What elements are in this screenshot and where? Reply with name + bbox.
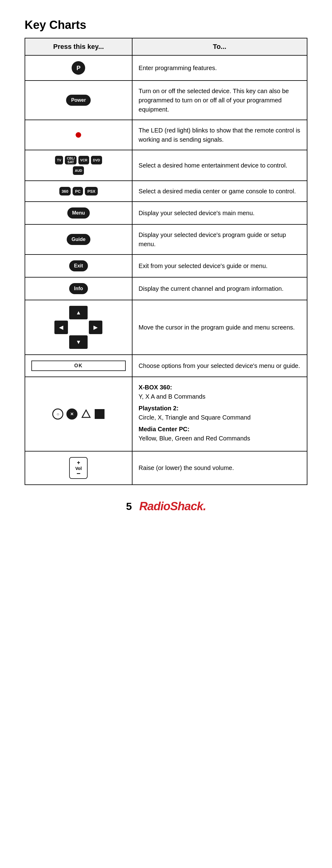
key-cell: Guide <box>25 224 132 254</box>
dpad-botleft <box>54 335 68 349</box>
table-row: + Vol − Raise (or lower) the sound volum… <box>25 451 307 485</box>
key-cell: + Vol − <box>25 451 132 485</box>
col-header-key: Press this key... <box>25 38 132 55</box>
info-key-icon: Info <box>69 283 88 294</box>
key-cell: OK <box>25 355 132 377</box>
desc-cell: Enter programming features. <box>132 55 307 81</box>
table-row: Info Display the current channel and pro… <box>25 277 307 300</box>
row12-desc3: Media Center PC:Yellow, Blue, Green and … <box>139 425 301 443</box>
key-cell: P <box>25 55 132 81</box>
vcr-btn-icon: VCR <box>79 156 89 164</box>
table-row: Exit Exit from your selected device's gu… <box>25 254 307 277</box>
key-cell: Menu <box>25 202 132 224</box>
key-cell: Exit <box>25 254 132 277</box>
dpad-botright <box>89 335 102 349</box>
footer-page-number: 5 <box>126 500 132 513</box>
table-row: ○ ✕ X-BOX 360:Y, X A and B Commands Play… <box>25 377 307 451</box>
square-btn-icon <box>95 409 104 419</box>
row10-desc: Move the cursor in the program guide and… <box>139 324 295 331</box>
x-btn-icon: ✕ <box>66 408 78 420</box>
p-key-icon: P <box>72 61 85 75</box>
360-btn-icon: 360 <box>59 187 71 195</box>
key-cell: Power <box>25 81 132 120</box>
pc-btn-icon: PC <box>72 187 83 195</box>
menu-key-icon: Menu <box>67 208 90 219</box>
power-key-icon: Power <box>66 95 91 106</box>
row4-desc: Select a desired home entertainment devi… <box>139 162 288 169</box>
row12-desc1: X-BOX 360:Y, X A and B Commands <box>139 383 301 401</box>
desc-cell: Display your selected device's program g… <box>132 224 307 254</box>
desc-cell: Display your selected device's main menu… <box>132 202 307 224</box>
circle-btn-icon: ○ <box>52 408 63 420</box>
row3-desc: The LED (red light) blinks to show that … <box>139 127 300 143</box>
table-row: ▲ ◀ ▶ ▼ Move the cursor in the program g… <box>25 300 307 355</box>
desc-cell: Display the current channel and program … <box>132 277 307 300</box>
game-console-btns-icon: ○ ✕ <box>31 408 126 420</box>
key-cell: ▲ ◀ ▶ ▼ <box>25 300 132 355</box>
vol-plus-icon: + <box>77 460 80 466</box>
device-btns-row1: TV CBL/SAT VCR DVD <box>55 156 102 164</box>
page-container: Key Charts Press this key... To... P Ent… <box>25 19 307 513</box>
page-footer: 5 RadioShack. <box>25 500 307 513</box>
dpad-middle <box>69 320 88 334</box>
dpad-right-icon: ▶ <box>89 320 102 334</box>
desc-cell: The LED (red light) blinks to show that … <box>132 120 307 150</box>
table-row: Menu Display your selected device's main… <box>25 202 307 224</box>
desc-cell: Select a desired home entertainment devi… <box>132 150 307 181</box>
row1-desc: Enter programming features. <box>139 65 217 71</box>
dpad-up-icon: ▲ <box>69 306 88 319</box>
footer-brand-logo: RadioShack. <box>139 500 206 513</box>
vol-minus-icon: − <box>77 471 81 476</box>
desc-cell: Raise (or lower) the sound volume. <box>132 451 307 485</box>
key-cell: Info <box>25 277 132 300</box>
dvd-btn-icon: DVD <box>91 156 102 164</box>
vol-key-icon: + Vol − <box>69 457 88 479</box>
device-buttons-group: TV CBL/SAT VCR DVD AUD <box>31 156 126 175</box>
table-row: 360 PC PSX Select a desired media center… <box>25 181 307 202</box>
row11-desc: Choose options from your selected device… <box>139 362 300 369</box>
key-cell: ○ ✕ <box>25 377 132 451</box>
key-cell: 360 PC PSX <box>25 181 132 202</box>
table-row: TV CBL/SAT VCR DVD AUD Select a desired … <box>25 150 307 181</box>
row8-desc: Exit from your selected device's guide o… <box>139 262 268 269</box>
dpad-icon: ▲ ◀ ▶ ▼ <box>31 306 126 349</box>
media-buttons-group: 360 PC PSX <box>31 187 126 195</box>
row7-desc: Display your selected device's program g… <box>139 231 286 247</box>
triangle-btn-icon <box>81 408 92 420</box>
ok-key-icon: OK <box>31 361 126 371</box>
guide-key-icon: Guide <box>67 234 90 245</box>
page-title: Key Charts <box>25 19 307 32</box>
aud-btn-icon: AUD <box>73 166 84 175</box>
desc-cell: Move the cursor in the program guide and… <box>132 300 307 355</box>
desc-cell: Turn on or off the selected device. This… <box>132 81 307 120</box>
col-header-to: To... <box>132 38 307 55</box>
row6-desc: Display your selected device's main menu… <box>139 210 254 216</box>
exit-key-icon: Exit <box>69 260 88 271</box>
desc-cell: Select a desired media center or game co… <box>132 181 307 202</box>
dpad-topright <box>89 306 102 319</box>
footer-brand-text2: Shack. <box>170 500 206 513</box>
device-btns-row2: AUD <box>73 166 84 175</box>
table-row: Power Turn on or off the selected device… <box>25 81 307 120</box>
led-indicator-icon <box>76 132 81 138</box>
row9-desc: Display the current channel and program … <box>139 285 283 292</box>
dpad-left-icon: ◀ <box>54 320 68 334</box>
desc-cell: Exit from your selected device's guide o… <box>132 254 307 277</box>
row12-desc2: Playstation 2:Circle, X, Triangle and Sq… <box>139 404 301 422</box>
svg-marker-0 <box>82 410 90 417</box>
dpad-topleft <box>54 306 68 319</box>
row13-desc: Raise (or lower) the sound volume. <box>139 464 234 471</box>
table-row: OK Choose options from your selected dev… <box>25 355 307 377</box>
row5-desc: Select a desired media center or game co… <box>139 188 296 194</box>
key-cell: TV CBL/SAT VCR DVD AUD <box>25 150 132 181</box>
footer-brand-text1: Radio <box>139 500 170 513</box>
tv-btn-icon: TV <box>55 156 63 164</box>
desc-cell: Choose options from your selected device… <box>132 355 307 377</box>
psx-btn-icon: PSX <box>85 187 98 195</box>
dpad-down-icon: ▼ <box>69 335 88 349</box>
table-row: P Enter programming features. <box>25 55 307 81</box>
cbl-sat-btn-icon: CBL/SAT <box>65 156 77 164</box>
table-row: The LED (red light) blinks to show that … <box>25 120 307 150</box>
key-cell <box>25 120 132 150</box>
row2-desc: Turn on or off the selected device. This… <box>139 88 289 113</box>
